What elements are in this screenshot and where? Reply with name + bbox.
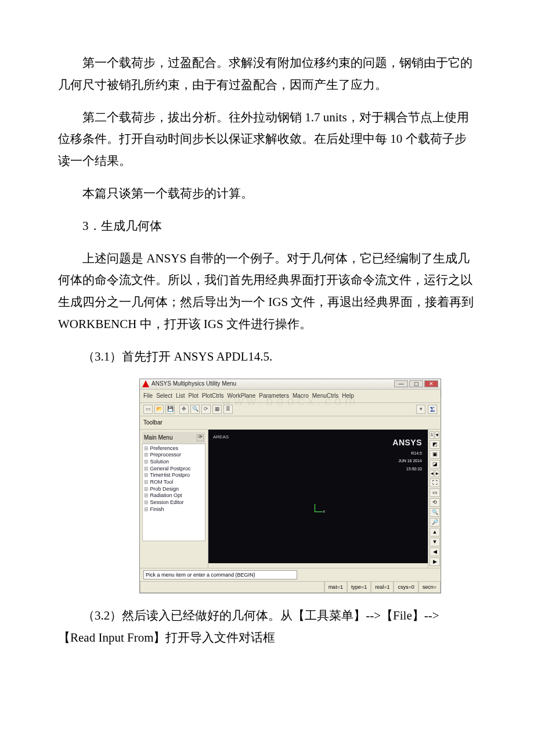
gfx-areas-label: AREAS [213, 433, 229, 441]
app-icon [142, 380, 149, 387]
window-1-button[interactable]: 1 [430, 431, 434, 439]
status-bar: mat=1 type=1 real=1 csys=0 secn= [140, 581, 441, 593]
status-pick [140, 582, 324, 593]
step-3-2: （3.2）然后读入已经做好的几何体。从【工具菜单】-->【File】-->【Re… [58, 605, 476, 649]
rotate-left-icon[interactable]: ◀ [430, 548, 440, 556]
menu-select[interactable]: Select [156, 391, 172, 401]
menu-plot[interactable]: Plot [188, 391, 198, 401]
status-type: type=1 [347, 582, 371, 593]
tool-rotate-icon[interactable]: ⟳ [201, 405, 211, 414]
status-real: real=1 [371, 582, 394, 593]
command-line-bar [140, 568, 441, 581]
rotate-right-icon[interactable]: ▶ [430, 557, 440, 566]
status-secn: secn= [418, 582, 441, 593]
menu-bar: www.bdocx.com File Select List Plot Plot… [140, 390, 441, 403]
maximize-button[interactable]: ▢ [409, 380, 423, 387]
step-3-1: （3.1）首先打开 ANSYS APDL14.5. [58, 346, 476, 368]
zoom-out-icon[interactable]: 🔎 [430, 518, 440, 527]
pan-up-icon[interactable]: ▲ [430, 528, 440, 537]
gfx-release: R14.5 [392, 450, 422, 458]
ansys-screenshot: m ANSYS Multiphysics Utility Menu — ▢ ✕ … [139, 379, 476, 593]
zoom-next-icon[interactable]: ▸ [435, 470, 439, 477]
mm-general-postproc[interactable]: General Postproc [144, 466, 204, 473]
view-front-icon[interactable]: ▣ [430, 450, 440, 459]
main-menu-panel: Main Menu ⟳ Preferences Preprocessor Sol… [140, 430, 208, 568]
view-iso-icon[interactable]: ◩ [430, 440, 440, 449]
menu-menuctrls[interactable]: MenuCtrls [312, 391, 339, 401]
menu-help[interactable]: Help [342, 391, 354, 401]
paragraph-load-step-1: 第一个载荷步，过盈配合。求解没有附加位移约束的问题，钢销由于它的几何尺寸被销孔所… [58, 52, 476, 96]
mm-prob-design[interactable]: Prob Design [144, 486, 204, 493]
pan-down-icon[interactable]: ▼ [430, 538, 440, 546]
tool-dropdown-icon[interactable]: ▾ [416, 405, 425, 414]
status-mat: mat=1 [324, 582, 347, 593]
menu-macro[interactable]: Macro [293, 391, 309, 401]
toolbar-label-row: Toolbar [140, 416, 441, 430]
box-zoom-icon[interactable]: ▭ [430, 488, 440, 497]
view-oblique-icon[interactable]: ◪ [430, 460, 440, 469]
zoom-prev-icon[interactable]: ◂ [430, 470, 434, 477]
axis-x-label: x [323, 508, 325, 516]
ansys-window: m ANSYS Multiphysics Utility Menu — ▢ ✕ … [139, 379, 441, 593]
axis-x-icon [315, 512, 323, 512]
menu-plotctrls[interactable]: PlotCtrls [202, 391, 224, 401]
section-heading-3: 3．生成几何体 [58, 215, 476, 237]
mm-preprocessor[interactable]: Preprocessor [144, 452, 204, 459]
minimize-button[interactable]: — [394, 380, 408, 387]
standard-toolbar: ▭ 📂 💾 ✥ 🔍 ⟳ ▦ ≣ ▾ Σ [140, 403, 441, 416]
mm-preferences[interactable]: Preferences [144, 445, 204, 452]
gfx-date-1: JUN 18 2014 [392, 458, 422, 465]
gfx-date-2: 15:50:10 [392, 466, 422, 473]
command-input[interactable] [143, 570, 297, 579]
menu-file[interactable]: File [143, 391, 153, 401]
paragraph-scope-note: 本篇只谈第一个载荷步的计算。 [58, 183, 476, 205]
dynamic-rotate-icon[interactable]: ⟲ [430, 498, 440, 507]
paragraph-load-step-2: 第二个载荷步，拔出分析。往外拉动钢销 1.7 units，对于耦合节点上使用位移… [58, 107, 476, 172]
menu-list[interactable]: List [176, 391, 185, 401]
mm-radiation-opt[interactable]: Radiation Opt [144, 492, 204, 499]
tool-sigma-icon[interactable]: Σ [428, 405, 437, 414]
fit-view-icon[interactable]: ⛶ [430, 478, 440, 487]
main-menu-tree: Preferences Preprocessor Solution Genera… [142, 444, 205, 541]
window-title: ANSYS Multiphysics Utility Menu [151, 379, 236, 389]
tool-report-icon[interactable]: ≣ [223, 405, 233, 414]
axis-y-icon [315, 504, 315, 512]
gfx-ansys-logo: ANSYS [392, 435, 422, 450]
mm-finish[interactable]: Finish [144, 506, 204, 513]
tool-pan-icon[interactable]: ✥ [179, 405, 189, 414]
window-titlebar: ANSYS Multiphysics Utility Menu — ▢ ✕ [140, 379, 441, 390]
window-menu-button[interactable]: ▾ [435, 431, 439, 439]
tool-new-icon[interactable]: ▭ [143, 405, 153, 414]
gfx-brand-block: ANSYS R14.5 JUN 18 2014 15:50:10 [392, 435, 422, 473]
tool-save-icon[interactable]: 💾 [165, 405, 175, 414]
main-menu-title: Main Menu [144, 433, 172, 443]
menu-parameters[interactable]: Parameters [259, 391, 289, 401]
mm-rom-tool[interactable]: ROM Tool [144, 479, 204, 486]
graphics-window[interactable]: AREAS ANSYS R14.5 JUN 18 2014 15:50:10 x [208, 430, 428, 563]
mm-session-editor[interactable]: Session Editor [144, 499, 204, 506]
zoom-in-icon[interactable]: 🔍 [430, 508, 440, 517]
tool-open-icon[interactable]: 📂 [154, 405, 164, 414]
mm-timehist-postpro[interactable]: TimeHist Postpro [144, 472, 204, 479]
menu-workplane[interactable]: WorkPlane [228, 391, 256, 401]
gfx-coordinate-triad: x [313, 502, 325, 513]
toolbar-separator [176, 405, 178, 414]
mm-solution[interactable]: Solution [144, 459, 204, 466]
right-toolbar: 1▾ ◩ ▣ ◪ ◂▸ ⛶ ▭ ⟲ 🔍 🔎 ▲ ▼ ◀ ▶ [428, 430, 441, 568]
tool-image-icon[interactable]: ▦ [212, 405, 222, 414]
tool-zoom-icon[interactable]: 🔍 [190, 405, 200, 414]
main-content-area: Main Menu ⟳ Preferences Preprocessor Sol… [140, 430, 441, 568]
paragraph-geometry-intro: 上述问题是 ANSYS 自带的一个例子。对于几何体，它已经编制了生成几何体的命令… [58, 248, 476, 336]
refresh-icon[interactable]: ⟳ [197, 434, 204, 441]
status-csys: csys=0 [394, 582, 418, 593]
